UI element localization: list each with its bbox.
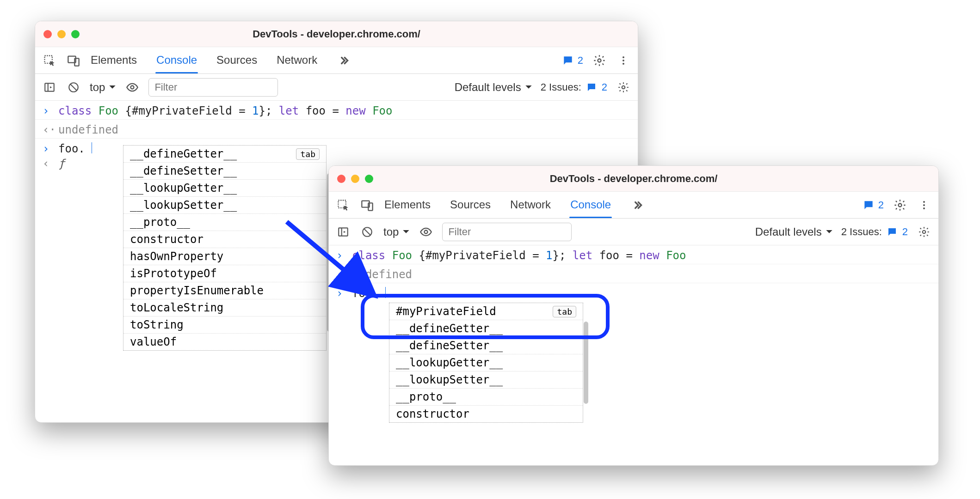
close-window-button[interactable] [337,175,345,183]
autocomplete-item[interactable]: isPrototypeOf [123,265,326,282]
autocomplete-item[interactable]: __proto__ [389,389,583,406]
tab-network[interactable]: Network [509,193,552,218]
text-caret [92,142,92,153]
minimize-window-button[interactable] [57,30,66,38]
autocomplete-item-label: valueOf [130,335,177,348]
autocomplete-item-label: isPrototypeOf [130,267,217,280]
settings-icon[interactable] [892,197,908,213]
tab-console[interactable]: Console [569,193,612,218]
issues-indicator[interactable]: 2 Issues: 2 [841,226,908,238]
input-chevron-icon: › [336,287,345,300]
more-tabs-icon[interactable] [629,197,645,213]
autocomplete-list: __defineGetter__tab__defineSetter____loo… [123,146,326,350]
context-selector[interactable]: top [90,81,116,94]
context-label: top [90,81,105,94]
autocomplete-item[interactable]: toLocaleString [123,299,326,316]
messages-badge[interactable]: 2 [863,199,884,211]
svg-point-15 [923,201,925,203]
clear-console-icon[interactable] [359,224,375,240]
zoom-window-button[interactable] [71,30,80,38]
sidebar-toggle-icon[interactable] [42,79,57,95]
inspect-element-icon[interactable] [335,197,351,213]
autocomplete-item-label: __lookupGetter__ [130,182,237,195]
autocomplete-item[interactable]: constructor [389,406,583,422]
traffic-lights [43,30,80,38]
more-tabs-icon[interactable] [336,53,351,68]
titlebar: DevTools - developer.chrome.com/ [329,166,938,192]
issues-count: 2 [902,226,908,238]
output-chevron-icon: ‹· [336,268,345,281]
autocomplete-item[interactable]: #myPrivateFieldtab [389,303,583,320]
svg-point-4 [623,56,624,58]
autocomplete-item[interactable]: __lookupSetter__ [389,371,583,389]
autocomplete-item-label: __defineSetter__ [396,339,503,352]
tab-sources[interactable]: Sources [449,193,492,218]
clear-console-icon[interactable] [66,79,81,95]
tab-hint-key: tab [553,306,576,317]
autocomplete-item[interactable]: __lookupSetter__ [123,197,326,214]
kebab-menu-icon[interactable] [616,53,631,68]
devtools-window-after: DevTools - developer.chrome.com/ Element… [328,165,939,466]
svg-point-14 [899,203,902,207]
minimize-window-button[interactable] [351,175,359,183]
device-toolbar-icon[interactable] [359,197,375,213]
sidebar-toggle-icon[interactable] [335,224,351,240]
console-settings-icon[interactable] [616,79,631,95]
kebab-menu-icon[interactable] [916,197,932,213]
autocomplete-item[interactable]: __lookupGetter__ [389,354,583,371]
settings-icon[interactable] [592,53,607,68]
svg-rect-18 [339,228,348,236]
autocomplete-item-label: toString [130,318,184,331]
console-prompt-row[interactable]: › foo. [329,283,938,302]
svg-point-10 [622,85,625,89]
autocomplete-popup[interactable]: __defineGetter__tab__defineSetter____loo… [123,145,327,351]
tab-network[interactable]: Network [276,48,318,73]
autocomplete-item[interactable]: propertyIsEnumerable [123,282,326,299]
autocomplete-item-label: __defineGetter__ [130,147,237,160]
console-toolbar: top Default levels 2 Issues: 2 [329,219,938,245]
autocomplete-item[interactable]: toString [123,316,326,334]
zoom-window-button[interactable] [365,175,373,183]
autocomplete-item[interactable]: valueOf [123,334,326,350]
device-toolbar-icon[interactable] [66,53,81,68]
tab-elements[interactable]: Elements [383,193,431,218]
panel-tabs: Elements Console Sources Network [90,48,351,73]
autocomplete-item-label: propertyIsEnumerable [130,284,264,297]
log-levels-selector[interactable]: Default levels [755,225,833,238]
autocomplete-item-label: __defineSetter__ [130,164,237,177]
autocomplete-item-label: constructor [130,233,203,246]
issues-indicator[interactable]: 2 Issues: 2 [541,81,607,93]
messages-badge[interactable]: 2 [562,55,583,67]
autocomplete-item[interactable]: __defineSetter__ [389,337,583,354]
tab-elements[interactable]: Elements [90,48,138,73]
close-window-button[interactable] [43,30,52,38]
autocomplete-item[interactable]: __lookupGetter__ [123,180,326,197]
console-output-row: ‹· undefined [329,264,938,283]
autocomplete-item[interactable]: __defineSetter__ [123,163,326,180]
autocomplete-item[interactable]: __proto__ [123,214,326,231]
inspect-element-icon[interactable] [42,53,57,68]
output-value: undefined [58,123,118,136]
autocomplete-item-label: __lookupSetter__ [130,199,237,212]
window-title: DevTools - developer.chrome.com/ [35,28,638,40]
context-selector[interactable]: top [383,225,410,238]
scrollbar-thumb[interactable] [584,322,588,404]
tab-hint-key: tab [296,148,320,160]
live-expression-icon[interactable] [418,224,434,240]
svg-point-6 [623,63,624,65]
log-levels-selector[interactable]: Default levels [455,81,532,94]
autocomplete-item[interactable]: hasOwnProperty [123,248,326,265]
filter-input[interactable] [442,223,572,241]
filter-input[interactable] [148,78,278,97]
autocomplete-item[interactable]: constructor [123,231,326,248]
tab-console[interactable]: Console [155,48,198,73]
autocomplete-item[interactable]: __defineGetter__tab [123,146,326,163]
autocomplete-item[interactable]: __defineGetter__ [389,320,583,337]
autocomplete-popup[interactable]: #myPrivateFieldtab__defineGetter____defi… [389,303,583,423]
live-expression-icon[interactable] [124,79,140,95]
tab-sources[interactable]: Sources [216,48,258,73]
console-log-area: › class Foo {#myPrivateField = 1}; let f… [329,245,938,423]
console-settings-icon[interactable] [916,224,932,240]
console-input-row: › class Foo {#myPrivateField = 1}; let f… [329,245,938,264]
svg-point-9 [131,85,134,89]
